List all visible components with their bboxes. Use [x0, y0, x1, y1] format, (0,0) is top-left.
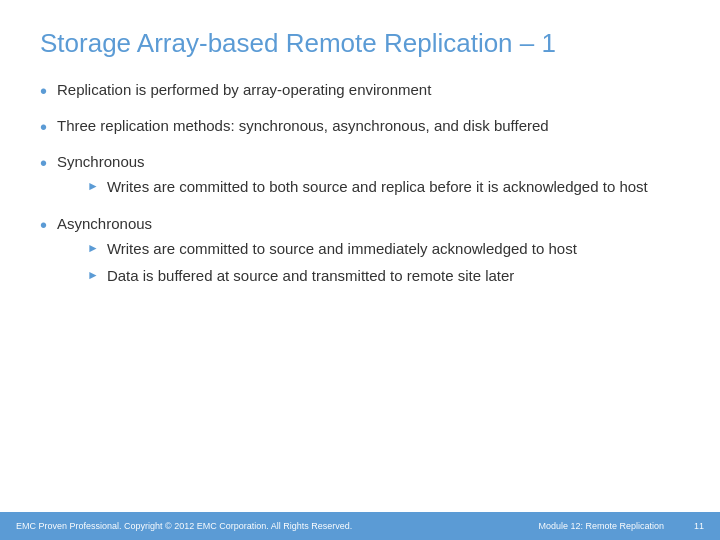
sub-bullet-text: Writes are committed to both source and …	[107, 176, 680, 197]
bullet-dot-icon: •	[40, 149, 47, 177]
footer-right: Module 12: Remote Replication 11	[538, 521, 704, 531]
sub-list-item: ► Writes are committed to source and imm…	[57, 238, 680, 259]
bullet-dot-icon: •	[40, 113, 47, 141]
footer-copyright: EMC Proven Professional. Copyright © 201…	[16, 521, 352, 531]
bullet-text: Synchronous	[57, 151, 680, 172]
bullet-dot-icon: •	[40, 77, 47, 105]
sub-bullet-list: ► Writes are committed to both source an…	[57, 176, 680, 203]
list-item: • Asynchronous ► Writes are committed to…	[40, 213, 680, 292]
arrow-icon: ►	[87, 240, 99, 257]
bullet-text: Three replication methods: synchronous, …	[57, 115, 680, 136]
arrow-icon: ►	[87, 178, 99, 195]
sub-list-item: ► Data is buffered at source and transmi…	[57, 265, 680, 286]
list-item: • Replication is performed by array-oper…	[40, 79, 680, 105]
indent-wrap: Synchronous ► Writes are committed to bo…	[57, 151, 680, 203]
list-item: • Three replication methods: synchronous…	[40, 115, 680, 141]
sub-bullet-text: Data is buffered at source and transmitt…	[107, 265, 680, 286]
content-area: Storage Array-based Remote Replication –…	[0, 0, 720, 512]
bullet-text: Asynchronous	[57, 213, 680, 234]
sub-bullet-list: ► Writes are committed to source and imm…	[57, 238, 680, 292]
bullet-text: Replication is performed by array-operat…	[57, 79, 680, 100]
slide: Storage Array-based Remote Replication –…	[0, 0, 720, 540]
main-bullet-list: • Replication is performed by array-oper…	[40, 79, 680, 292]
list-item: • Synchronous ► Writes are committed to …	[40, 151, 680, 203]
sub-list-item: ► Writes are committed to both source an…	[57, 176, 680, 197]
slide-footer: EMC Proven Professional. Copyright © 201…	[0, 512, 720, 540]
indent-wrap: Asynchronous ► Writes are committed to s…	[57, 213, 680, 292]
footer-module: Module 12: Remote Replication	[538, 521, 664, 531]
bullet-dot-icon: •	[40, 211, 47, 239]
footer-page: 11	[694, 521, 704, 531]
arrow-icon: ►	[87, 267, 99, 284]
sub-bullet-text: Writes are committed to source and immed…	[107, 238, 680, 259]
slide-title: Storage Array-based Remote Replication –…	[40, 28, 680, 59]
